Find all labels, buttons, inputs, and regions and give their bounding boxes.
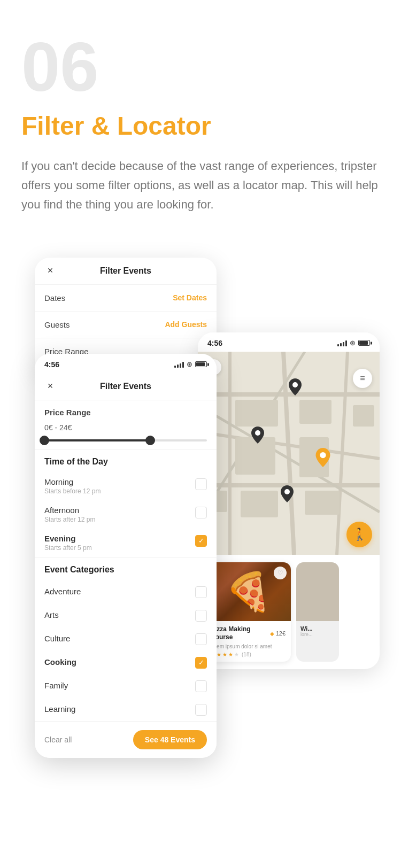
evening-label: Evening — [44, 534, 195, 543]
arts-checkbox[interactable] — [195, 610, 207, 622]
page-wrapper: 06 Filter & Locator If you can't decide … — [0, 0, 401, 771]
family-checkbox[interactable] — [195, 680, 207, 692]
svg-rect-14 — [241, 491, 278, 517]
cooking-label: Cooking — [44, 657, 76, 666]
see-events-button[interactable]: See 48 Events — [133, 730, 207, 749]
card-desc-1: lorem ipsum dolor si amet — [211, 644, 286, 649]
phone-map: 4:56 ⊛ — [198, 332, 380, 669]
partial-card-body: Wi... lore... — [296, 621, 339, 641]
card-heart-1[interactable]: ♡ — [274, 567, 287, 579]
filter-footer: Clear all See 48 Events — [35, 721, 217, 758]
star-4: ★ — [228, 652, 233, 657]
morning-text: Morning Starts before 12 pm — [44, 477, 195, 495]
categories-title: Event Categories — [35, 557, 217, 580]
guests-value: Add Guests — [165, 320, 207, 329]
filter-header-back: × Filter Events — [35, 258, 217, 285]
battery-icon — [195, 361, 207, 367]
battery-icon-map — [358, 340, 370, 346]
walk-button[interactable]: 🚶 — [346, 522, 372, 547]
evening-checkbox[interactable]: ✓ — [195, 535, 207, 547]
event-card-2-partial[interactable]: Wi... lore... — [296, 562, 339, 662]
morning-row[interactable]: Morning Starts before 12 pm — [35, 472, 217, 500]
evening-row[interactable]: Evening Starts after 5 pm ✓ — [35, 529, 217, 557]
family-row[interactable]: Family — [35, 674, 217, 698]
card-title-1: Pizza Making Course — [211, 625, 270, 642]
map-pin-2[interactable] — [251, 427, 264, 444]
price-range-section: Price Range — [35, 400, 217, 421]
evening-text: Evening Starts after 5 pm — [44, 534, 195, 552]
culture-label: Culture — [44, 634, 70, 643]
filter-title-back: Filter Events — [56, 266, 195, 276]
learning-row[interactable]: Learning — [35, 698, 217, 721]
dates-label: Dates — [44, 293, 65, 303]
morning-label: Morning — [44, 477, 195, 486]
slider-thumb-left-front[interactable] — [40, 436, 49, 445]
cooking-row[interactable]: Cooking ✓ — [35, 650, 217, 674]
event-card-1[interactable]: ♡ Pizza Making Course ◆ 12€ lorem ipsum … — [205, 562, 291, 662]
partial-card-image — [296, 562, 339, 621]
star-3: ★ — [222, 652, 227, 657]
clear-all-button[interactable]: Clear all — [44, 735, 72, 744]
card-price-1: ◆ 12€ — [270, 630, 286, 637]
afternoon-label: Afternoon — [44, 506, 195, 515]
phone-filter-front: 4:56 ⊛ × Filter Events — [35, 354, 217, 758]
status-bar-map: 4:56 ⊛ — [198, 332, 380, 352]
dates-row[interactable]: Dates Set Dates — [35, 285, 217, 312]
card-body-1: Pizza Making Course ◆ 12€ lorem ipsum do… — [205, 621, 291, 662]
evening-sub: Starts after 5 pm — [44, 544, 195, 552]
arts-label: Arts — [44, 610, 59, 619]
cooking-checkbox[interactable]: ✓ — [195, 657, 207, 669]
map-pin-4[interactable] — [281, 485, 294, 502]
signal-icon — [174, 361, 184, 368]
morning-sub: Starts before 12 pm — [44, 487, 195, 495]
star-2: ★ — [217, 652, 221, 657]
star-5: ★ — [234, 652, 239, 657]
status-icons-front: ⊛ — [174, 360, 207, 368]
price-icon-1: ◆ — [270, 631, 274, 637]
afternoon-row[interactable]: Afternoon Starts after 12 pm — [35, 500, 217, 529]
family-label: Family — [44, 681, 68, 690]
culture-checkbox[interactable] — [195, 633, 207, 645]
adventure-checkbox[interactable] — [195, 586, 207, 598]
cards-area: ♡ Pizza Making Course ◆ 12€ lorem ipsum … — [198, 555, 380, 669]
slider-thumb-right-front[interactable] — [145, 436, 155, 445]
partial-desc: lore... — [300, 632, 335, 637]
svg-point-17 — [292, 382, 298, 387]
guests-row[interactable]: Guests Add Guests — [35, 312, 217, 338]
partial-title: Wi... — [300, 625, 335, 632]
dates-value: Set Dates — [173, 293, 207, 302]
culture-row[interactable]: Culture — [35, 627, 217, 650]
walk-icon: 🚶 — [352, 528, 367, 541]
map-filter-button[interactable]: ≡ — [353, 369, 372, 388]
svg-point-20 — [284, 489, 290, 494]
card-stars-1: ★ ★ ★ ★ ★ (18) — [211, 652, 286, 657]
page-title: Filter & Locator — [21, 112, 380, 141]
status-icons-map: ⊛ — [337, 339, 370, 347]
card-title-row-1: Pizza Making Course ◆ 12€ — [211, 625, 286, 642]
status-time-front: 4:56 — [44, 360, 59, 369]
adventure-label: Adventure — [44, 587, 81, 596]
map-pin-3[interactable] — [315, 448, 330, 467]
adventure-row[interactable]: Adventure — [35, 580, 217, 603]
map-pin-1[interactable] — [289, 378, 302, 396]
price-range-value: 0€ - 24€ — [35, 421, 217, 437]
review-count-1: (18) — [242, 652, 251, 657]
phones-area: × Filter Events Dates Set Dates Guests A… — [21, 247, 380, 728]
page-description: If you can't decide because of the vast … — [21, 157, 380, 215]
card-image-1: ♡ — [205, 562, 291, 621]
learning-checkbox[interactable] — [195, 704, 207, 716]
close-button-front[interactable]: × — [44, 381, 56, 392]
arts-row[interactable]: Arts — [35, 603, 217, 627]
slider-track-front[interactable] — [44, 439, 207, 441]
afternoon-text: Afternoon Starts after 12 pm — [44, 506, 195, 523]
svg-rect-16 — [353, 405, 374, 427]
filter-lines-icon: ≡ — [360, 374, 365, 383]
morning-checkbox[interactable] — [195, 478, 207, 490]
signal-icon-map — [337, 340, 347, 346]
filter-header-front: × Filter Events — [35, 373, 217, 400]
svg-point-18 — [255, 430, 260, 436]
afternoon-checkbox[interactable] — [195, 507, 207, 518]
svg-rect-9 — [235, 400, 278, 427]
wifi-icon: ⊛ — [187, 360, 192, 368]
close-button-back[interactable]: × — [44, 265, 56, 277]
